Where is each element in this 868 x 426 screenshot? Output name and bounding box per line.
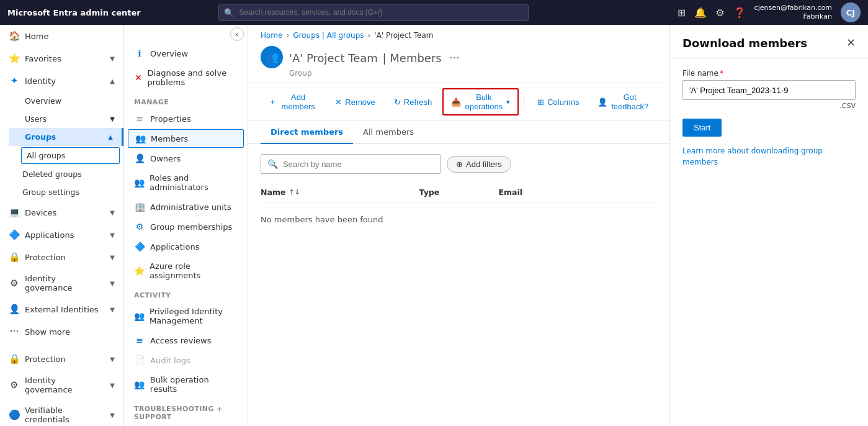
sidebar-item-protection[interactable]: 🔒 Protection ▼: [0, 246, 123, 268]
tab-direct-members[interactable]: Direct members: [261, 121, 353, 144]
sidebar-item-devices[interactable]: 💻 Devices ▼: [0, 201, 123, 224]
file-suffix: .CSV: [682, 102, 856, 110]
chevron-icon: ▼: [110, 116, 115, 122]
toolbar-separator: [524, 94, 524, 109]
subnav-bulk-ops[interactable]: 👥 Bulk operation results: [124, 370, 248, 399]
sidebar-item-identity[interactable]: ✦ Identity ▲: [0, 70, 123, 92]
search-filter-row: 🔍 ⊕ Add filters: [261, 154, 657, 174]
subnav-properties[interactable]: ≡ Properties: [124, 109, 248, 129]
remove-button[interactable]: ✕ Remove: [327, 94, 383, 111]
sort-icon: ↑↓: [289, 188, 300, 196]
toolbar: ＋ Add members ✕ Remove ↻ Refresh 📥 Bulk …: [248, 83, 669, 121]
search-input[interactable]: [218, 4, 529, 21]
subnav-owners[interactable]: 👤 Owners: [124, 148, 248, 168]
sidebar-item-show-more[interactable]: ··· Show more: [0, 320, 123, 343]
add-icon: ＋: [269, 96, 277, 107]
panel-title: Download members: [682, 37, 807, 50]
page-title: 'A' Project Team | Members: [289, 50, 442, 65]
subnav-pim[interactable]: 👥 Privileged Identity Management: [124, 302, 248, 330]
add-members-button[interactable]: ＋ Add members: [261, 89, 324, 115]
refresh-icon: ↻: [394, 97, 401, 107]
breadcrumb-home[interactable]: Home: [261, 31, 282, 40]
sidebar-item-users[interactable]: Users ▼: [9, 110, 123, 128]
col-name-header[interactable]: Name ↑↓: [261, 188, 419, 197]
subnav-roles[interactable]: 👥 Roles and administrators: [124, 168, 248, 197]
chevron-icon: ▼: [110, 209, 115, 216]
subnav-support[interactable]: 👤 New support request: [124, 424, 248, 426]
sidebar-item-identity-gov2[interactable]: ⚙️ Identity governance ▼: [0, 370, 123, 400]
search-by-name-input[interactable]: [283, 160, 434, 169]
panel-body: File name* .CSV Start Learn more about d…: [670, 59, 868, 178]
empty-state-message: No members have been found: [261, 202, 657, 237]
subnav-access-reviews[interactable]: ≡ Access reviews: [124, 330, 248, 350]
sidebar-item-favorites[interactable]: ⭐ Favorites ▼: [0, 47, 123, 70]
sidebar-item-group-settings[interactable]: Group settings: [17, 183, 123, 201]
chevron-icon: ▼: [110, 280, 115, 287]
sidebar-item-deleted-groups[interactable]: Deleted groups: [17, 165, 123, 183]
subnav-azure-roles[interactable]: ⭐ Azure role assignments: [124, 256, 248, 285]
page-subtitle: Group: [289, 69, 657, 78]
file-name-label: File name*: [682, 69, 856, 78]
settings-icon[interactable]: ⚙️: [715, 7, 724, 19]
overview-icon: ℹ: [134, 48, 145, 58]
tab-all-members[interactable]: All members: [353, 121, 424, 144]
help-icon[interactable]: ❓: [733, 7, 746, 19]
sidebar-item-applications[interactable]: 🔷 Applications ▼: [0, 224, 123, 246]
pim-icon: 👥: [134, 311, 145, 321]
subnav: ‹ ℹ Overview ✕ Diagnose and solve proble…: [124, 25, 248, 426]
applications-icon: 🔷: [9, 229, 20, 240]
tabs: Direct members All members: [248, 121, 669, 144]
admin-units-icon: 🏢: [134, 202, 145, 212]
feedback-button[interactable]: 👤 Got feedback?: [589, 89, 657, 115]
col-email-header: Email: [498, 188, 657, 197]
home-icon: 🏠: [9, 30, 20, 42]
search-icon: 🔍: [224, 8, 234, 17]
breadcrumb-groups[interactable]: Groups | All groups: [293, 31, 364, 40]
avatar[interactable]: CJ: [841, 2, 861, 22]
sidebar-item-groups[interactable]: Groups ▲: [9, 128, 123, 146]
azure-roles-icon: ⭐: [134, 266, 145, 276]
panel-header: Download members ✕: [670, 25, 868, 59]
table-header: Name ↑↓ Type Email: [261, 183, 657, 202]
verifiable-icon: 🔵: [9, 409, 20, 420]
subnav-diagnose[interactable]: ✕ Diagnose and solve problems: [124, 63, 248, 92]
sidebar-item-all-groups[interactable]: All groups: [21, 147, 120, 164]
file-name-input[interactable]: [682, 80, 856, 100]
subnav-members[interactable]: 👥 Members: [128, 129, 244, 148]
group-memberships-icon: ⚙: [134, 222, 145, 232]
start-button[interactable]: Start: [682, 119, 722, 137]
sidebar-item-home[interactable]: 🏠 Home: [0, 25, 123, 47]
sidebar-item-external-id[interactable]: 👤 External Identities ▼: [0, 298, 123, 320]
subnav-admin-units[interactable]: 🏢 Administrative units: [124, 197, 248, 217]
subnav-overview[interactable]: ℹ Overview: [124, 43, 248, 63]
more-options-icon[interactable]: ···: [449, 51, 460, 64]
subnav-group-memberships[interactable]: ⚙ Group memberships: [124, 217, 248, 237]
refresh-button[interactable]: ↻ Refresh: [386, 94, 441, 111]
bell-icon[interactable]: 🔔: [694, 7, 707, 19]
feedback-icon: 👤: [597, 97, 607, 107]
learn-more-link[interactable]: Learn more about downloading group membe…: [682, 145, 856, 168]
add-filters-button[interactable]: ⊕ Add filters: [447, 156, 511, 173]
collapse-button[interactable]: ‹: [230, 27, 244, 41]
chevron-icon: ▼: [110, 382, 115, 389]
protection-icon: 🔒: [9, 252, 20, 263]
breadcrumb: Home › Groups | All groups › 'A' Project…: [248, 25, 669, 42]
bulk-operations-button[interactable]: 📥 Bulk operations ▾: [442, 88, 519, 116]
columns-button[interactable]: ⊞ Columns: [529, 94, 587, 111]
external-id-icon: 👤: [9, 304, 20, 315]
subnav-applications[interactable]: 🔷 Applications: [124, 237, 248, 256]
search-box: 🔍: [261, 154, 441, 174]
troubleshoot-section-label: Troubleshooting + Support: [124, 399, 248, 424]
columns-icon: ⊞: [537, 97, 544, 107]
devices-icon: 💻: [9, 207, 20, 218]
grid-icon[interactable]: ⊞: [678, 7, 686, 19]
topbar-right: ⊞ 🔔 ⚙️ ❓ cjensen@fabrikan.com Fabrikan C…: [678, 2, 861, 22]
chevron-icon: ▼: [110, 254, 115, 261]
sidebar-item-verifiable[interactable]: 🔵 Verifiable credentials ▼: [0, 400, 123, 426]
activity-section-label: Activity: [124, 285, 248, 302]
sidebar-item-protection2[interactable]: 🔒 Protection ▼: [0, 348, 123, 370]
close-panel-button[interactable]: ✕: [846, 36, 856, 50]
sidebar-item-identity-gov[interactable]: ⚙️ Identity governance ▼: [0, 268, 123, 298]
sidebar-item-overview[interactable]: Overview: [9, 92, 123, 110]
identity-subnav: Overview Users ▼ Groups ▲ All groups Del…: [0, 92, 123, 201]
